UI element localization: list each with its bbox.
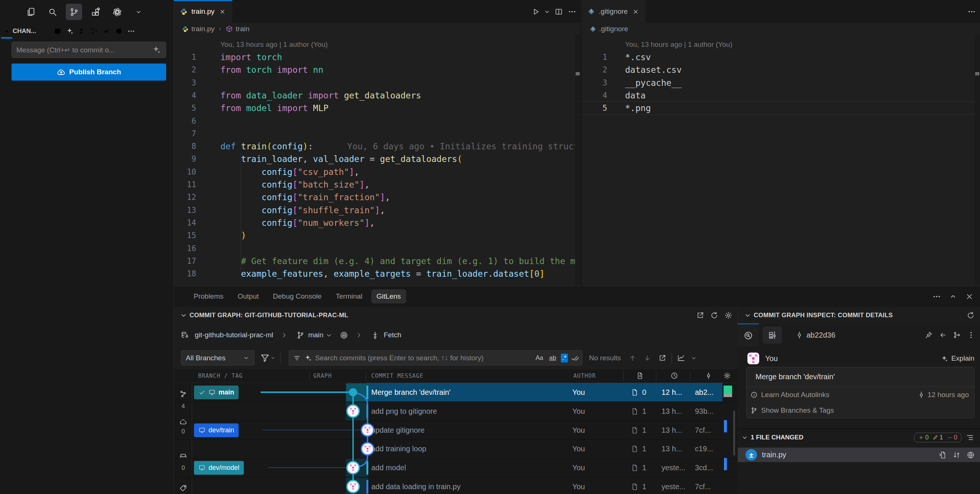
- more-actions-icon[interactable]: [931, 291, 942, 302]
- close-icon[interactable]: [632, 8, 640, 16]
- column-author[interactable]: AUTHOR: [573, 373, 596, 379]
- list-tree-icon[interactable]: [39, 26, 51, 36]
- changes-column-icon[interactable]: [636, 372, 644, 380]
- whole-word-toggle[interactable]: ab: [548, 354, 558, 362]
- chevron-down-icon[interactable]: [690, 355, 697, 361]
- compare-graph-icon[interactable]: [951, 330, 962, 341]
- breadcrumb-file[interactable]: .gitignore: [599, 25, 628, 33]
- chevron-down-icon[interactable]: [2, 26, 11, 36]
- fetch-icon[interactable]: [369, 329, 380, 341]
- open-external-icon[interactable]: [657, 353, 668, 364]
- branch-label-main[interactable]: main: [194, 386, 239, 399]
- close-panel-icon[interactable]: [964, 291, 975, 302]
- branches-filter-select[interactable]: All Branches: [181, 350, 255, 365]
- chevron-down-icon[interactable]: [178, 310, 189, 321]
- explain-button[interactable]: Explain: [940, 354, 974, 362]
- cloud-icon[interactable]: [179, 418, 187, 426]
- panel-tab-output[interactable]: Output: [232, 289, 264, 303]
- column-message[interactable]: COMMIT MESSAGE: [371, 373, 423, 379]
- autolinks-link[interactable]: Learn About Autolinks: [750, 391, 829, 399]
- tag-icon[interactable]: [179, 484, 187, 492]
- date-column-icon[interactable]: [670, 372, 678, 380]
- regex-toggle[interactable]: .*: [561, 354, 568, 362]
- code-editor-train[interactable]: You, 13 hours ago | 1 author (You)1impor…: [174, 35, 581, 286]
- chevron-down-icon[interactable]: [743, 310, 753, 321]
- fetch-label[interactable]: Fetch: [383, 331, 401, 339]
- commit-row[interactable]: add data loading in train.pyYou1yeste...…: [192, 477, 738, 494]
- refresh-icon[interactable]: [965, 310, 976, 321]
- split-editor-icon[interactable]: [553, 6, 564, 17]
- inbox-icon[interactable]: [179, 452, 187, 460]
- publish-branch-button[interactable]: Publish Branch: [11, 64, 166, 81]
- panel-tab-gitlens[interactable]: GitLens: [371, 289, 406, 303]
- chevron-down-icon[interactable]: [130, 4, 147, 20]
- branch-name[interactable]: main: [308, 331, 323, 339]
- check-icon[interactable]: [100, 26, 113, 36]
- commit-row[interactable]: add png to gitignoreYou113 h...93b...: [192, 402, 738, 421]
- filter-icon[interactable]: [260, 353, 270, 363]
- changed-file-row[interactable]: ± train.py: [738, 448, 980, 462]
- view-as-list-icon[interactable]: [965, 433, 975, 442]
- files-changed-header[interactable]: 1 FILE CHANGED 0 1 0: [738, 429, 980, 446]
- commit-graph-section-header[interactable]: COMMIT GRAPH: GIT-GITHUB-TUTORIAL-PRAC-M…: [174, 307, 738, 324]
- commit-row[interactable]: add training loopYou113 h...c19...: [192, 439, 738, 458]
- more-actions-icon[interactable]: [966, 6, 977, 17]
- more-actions-icon[interactable]: [566, 6, 578, 17]
- more-actions-icon[interactable]: [125, 26, 137, 36]
- breadcrumbs[interactable]: train.py train: [174, 23, 581, 35]
- target-icon[interactable]: [338, 329, 349, 341]
- source-control-icon[interactable]: [66, 4, 82, 20]
- tab-gitignore[interactable]: .gitignore: [582, 0, 646, 23]
- commit-sha-chip[interactable]: ab22d36: [795, 331, 835, 340]
- breadcrumb-symbol[interactable]: train: [235, 25, 249, 33]
- open-on-remote-icon[interactable]: [966, 450, 975, 460]
- tab-train-py[interactable]: train.py: [174, 0, 232, 23]
- match-all-icon[interactable]: [571, 354, 580, 362]
- arrow-up-icon[interactable]: [627, 353, 638, 364]
- open-in-editor-icon[interactable]: [695, 310, 706, 321]
- run-python-icon[interactable]: [530, 6, 541, 17]
- commit-graph-icon[interactable]: [88, 26, 100, 36]
- repo-name[interactable]: git-github-tutorial-prac-ml: [195, 331, 273, 339]
- maximize-panel-icon[interactable]: [947, 291, 958, 302]
- arrow-down-icon[interactable]: [642, 353, 653, 364]
- branch-label-dev-train[interactable]: dev/train: [194, 423, 239, 437]
- breadcrumbs[interactable]: .gitignore: [582, 23, 980, 35]
- show-branches-link[interactable]: Show Branches & Tags: [750, 407, 834, 415]
- commit-details-section-header[interactable]: COMMIT GRAPH INSPECT: COMMIT DETAILS: [738, 307, 980, 324]
- refresh-icon[interactable]: [709, 310, 720, 321]
- breadcrumb-file[interactable]: train.py: [191, 25, 215, 33]
- kebab-menu-icon[interactable]: [966, 330, 976, 341]
- extensions-icon[interactable]: [88, 4, 104, 20]
- back-icon[interactable]: [937, 330, 948, 341]
- code-editor-gitignore[interactable]: You, 13 hours ago | 1 author (You)1*.csv…: [582, 35, 980, 286]
- gear-icon[interactable]: [723, 310, 734, 321]
- refresh-icon[interactable]: [113, 26, 125, 36]
- graph-scrollbar[interactable]: [733, 411, 735, 455]
- panel-tab-terminal[interactable]: Terminal: [330, 289, 368, 303]
- match-case-toggle[interactable]: Aa: [534, 354, 545, 362]
- files-icon[interactable]: [23, 4, 39, 20]
- tab-commit-search-icon[interactable]: [738, 324, 759, 346]
- tab-stash-layers-icon[interactable]: [763, 327, 782, 343]
- search-icon[interactable]: [44, 4, 60, 20]
- compare-icon[interactable]: [952, 450, 961, 460]
- minimap-toggle-icon[interactable]: [676, 353, 687, 364]
- column-branch-tag[interactable]: BRANCH / TAG: [198, 373, 243, 379]
- split-view-icon[interactable]: [51, 26, 64, 36]
- filter-lines-icon[interactable]: [293, 354, 301, 362]
- person-add-icon[interactable]: [76, 26, 88, 36]
- sha-column-icon[interactable]: [705, 372, 713, 380]
- commit-message-input[interactable]: Message (Ctrl+↵ to commit o...: [11, 41, 166, 58]
- close-icon[interactable]: [218, 8, 226, 16]
- sparkle-icon[interactable]: [152, 45, 161, 55]
- network-icon[interactable]: [179, 390, 187, 398]
- chevron-down-icon[interactable]: [325, 329, 333, 341]
- column-graph[interactable]: GRAPH: [313, 373, 332, 379]
- sparkle-icon[interactable]: [304, 354, 312, 362]
- run-dropdown-icon[interactable]: [543, 6, 551, 17]
- open-file-icon[interactable]: [938, 450, 947, 460]
- branch-label-dev-model[interactable]: dev/model: [194, 461, 244, 475]
- openai-icon[interactable]: [109, 4, 125, 20]
- pin-icon[interactable]: [923, 330, 934, 341]
